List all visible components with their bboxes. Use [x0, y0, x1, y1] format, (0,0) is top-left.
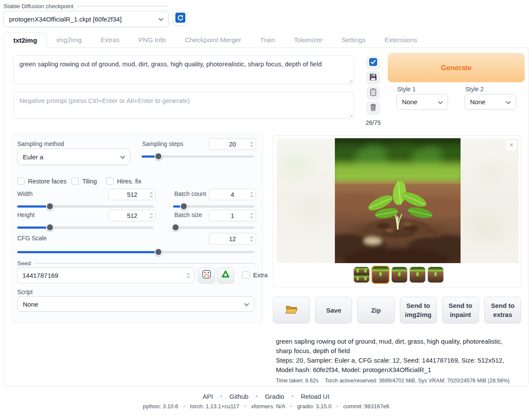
prompt-input[interactable]: green sapling rowing out of ground, mud,…	[13, 55, 354, 84]
checkpoint-area: Stable Diffusion checkpoint protogenX34O…	[3, 3, 169, 27]
main-tabs: txt2img img2img Extras PNG Info Checkpoi…	[3, 32, 427, 48]
clipboard-icon	[369, 88, 377, 98]
spinner-arrows-icon[interactable]	[250, 213, 254, 218]
thumbnail-grid[interactable]	[353, 267, 370, 283]
thumbnail[interactable]	[427, 267, 444, 283]
github-link[interactable]: Github	[229, 393, 248, 400]
hires-fix-checkbox[interactable]: Hires. fix	[106, 177, 141, 185]
sampling-steps-slider[interactable]	[142, 152, 254, 160]
style1-label: Style 1	[397, 86, 416, 93]
tab-img2img[interactable]: img2img	[47, 32, 91, 48]
tiling-checkbox[interactable]: Tiling	[71, 177, 97, 185]
random-seed-button[interactable]	[198, 267, 215, 283]
tab-tokenizer[interactable]: Tokenizer	[285, 32, 332, 48]
tab-settings[interactable]: Settings	[332, 32, 375, 48]
style1-select[interactable]: None	[396, 94, 448, 110]
generated-image-sapling[interactable]	[335, 138, 461, 263]
seed-label: Seed	[17, 260, 254, 267]
sampling-method-select[interactable]: Euler a	[17, 149, 130, 165]
seed-input[interactable]: 1441787169	[17, 267, 195, 283]
commit-hash: commit: 983167e6	[343, 403, 389, 410]
torch-version: torch: 1.13.1+cu117	[190, 403, 239, 410]
bullet-separator: •	[244, 404, 246, 409]
refresh-icon	[175, 12, 186, 25]
checkbox-box	[17, 177, 25, 185]
send-to-inpaint-button[interactable]: Send to inpaint	[442, 297, 479, 323]
spinner-arrows-icon[interactable]	[149, 213, 153, 218]
thumbnail-selected[interactable]	[371, 266, 390, 284]
cfg-scale-slider[interactable]	[17, 248, 254, 256]
style2-select[interactable]: None	[464, 94, 516, 110]
thumbnail-strip	[353, 266, 444, 284]
checkpoint-select[interactable]: protogenX34OfficialR_1.ckpt [60fe2f34]	[3, 11, 169, 27]
stable-diffusion-webui: Stable Diffusion checkpoint protogenX34O…	[0, 0, 532, 416]
tab-txt2img[interactable]: txt2img	[3, 32, 47, 48]
vram-stats: Torch active/reserved: 3699/4702 MiB, Sy…	[325, 378, 510, 384]
batch-count-label: Batch count	[174, 190, 206, 197]
send-to-img2img-button[interactable]: Send to img2img	[400, 297, 437, 323]
restore-faces-checkbox[interactable]: Restore faces	[17, 177, 66, 185]
tab-train[interactable]: Train	[251, 32, 285, 48]
dice-icon	[202, 270, 211, 281]
sampling-steps-label: Sampling steps	[142, 140, 183, 147]
script-select[interactable]: None	[17, 296, 254, 312]
checkbox-box	[242, 271, 250, 279]
spinner-arrows-icon[interactable]	[186, 273, 190, 278]
chevron-down-icon	[120, 153, 125, 161]
tab-extensions[interactable]: Extensions	[375, 32, 427, 48]
send-to-extras-button[interactable]: Send to extras	[484, 297, 521, 323]
clear-prompt-button[interactable]	[367, 102, 380, 115]
generate-button[interactable]: Generate	[388, 53, 525, 82]
open-folder-icon	[285, 304, 297, 316]
checkbox-box	[106, 177, 114, 185]
cfg-scale-input[interactable]: 12	[209, 233, 256, 245]
api-link[interactable]: API	[203, 393, 213, 400]
style2-label: Style 2	[465, 86, 484, 93]
tab-png-info[interactable]: PNG Info	[129, 32, 176, 48]
apply-style-button[interactable]	[367, 87, 380, 99]
gradio-link[interactable]: Gradio	[265, 393, 284, 400]
spinner-arrows-icon[interactable]	[250, 192, 254, 197]
tab-checkpoint-merger[interactable]: Checkpoint Merger	[175, 32, 251, 48]
negative-prompt-input[interactable]	[13, 92, 354, 119]
reload-ui-link[interactable]: Reload UI	[301, 393, 330, 400]
paste-params-button[interactable]	[367, 56, 380, 69]
recycle-icon	[221, 270, 230, 281]
height-input[interactable]: 512	[108, 210, 156, 221]
batch-count-input[interactable]: 4	[209, 189, 256, 200]
cfg-scale-label: CFG Scale	[17, 235, 46, 242]
chevron-down-icon	[438, 98, 443, 106]
checkpoint-value: protogenX34OfficialR_1.ckpt [60fe2f34]	[9, 16, 122, 23]
reuse-seed-button[interactable]	[217, 267, 234, 283]
batch-count-slider[interactable]	[173, 202, 254, 210]
width-slider[interactable]	[17, 202, 154, 210]
blue-checkbox-icon	[369, 58, 377, 68]
height-slider[interactable]	[17, 224, 154, 231]
generation-info: green sapling rowing out of ground, mud,…	[276, 337, 520, 384]
thumbnail[interactable]	[391, 267, 408, 283]
chevron-down-icon	[506, 98, 511, 106]
save-style-button[interactable]	[367, 71, 380, 84]
width-input[interactable]: 512	[108, 189, 156, 200]
checkbox-box	[71, 177, 79, 185]
batch-size-input[interactable]: 1	[209, 210, 256, 221]
gallery-adjacent-image-right[interactable]	[461, 138, 519, 263]
sampling-steps-input[interactable]: 20	[209, 138, 256, 150]
spinner-arrows-icon[interactable]	[250, 236, 254, 242]
spinner-arrows-icon[interactable]	[250, 141, 254, 147]
save-button[interactable]: Save	[315, 297, 352, 323]
txt2img-panel: green sapling rowing out of ground, mud,…	[3, 47, 529, 386]
close-icon[interactable]: ×	[507, 141, 516, 150]
batch-size-slider[interactable]	[173, 224, 254, 231]
zip-button[interactable]: Zip	[357, 297, 394, 323]
spinner-arrows-icon[interactable]	[149, 192, 153, 197]
gallery-adjacent-image-left[interactable]	[277, 138, 335, 263]
refresh-checkpoint-button[interactable]	[173, 11, 188, 26]
negative-prompt-box	[13, 92, 354, 119]
bullet-separator: •	[220, 394, 222, 400]
open-folder-button[interactable]	[273, 297, 310, 323]
generation-settings-panel: Sampling method Euler a Sampling steps 2…	[11, 134, 263, 323]
tab-extras[interactable]: Extras	[91, 32, 129, 48]
thumbnail[interactable]	[409, 267, 426, 283]
extra-seed-checkbox[interactable]: Extra	[242, 271, 268, 279]
